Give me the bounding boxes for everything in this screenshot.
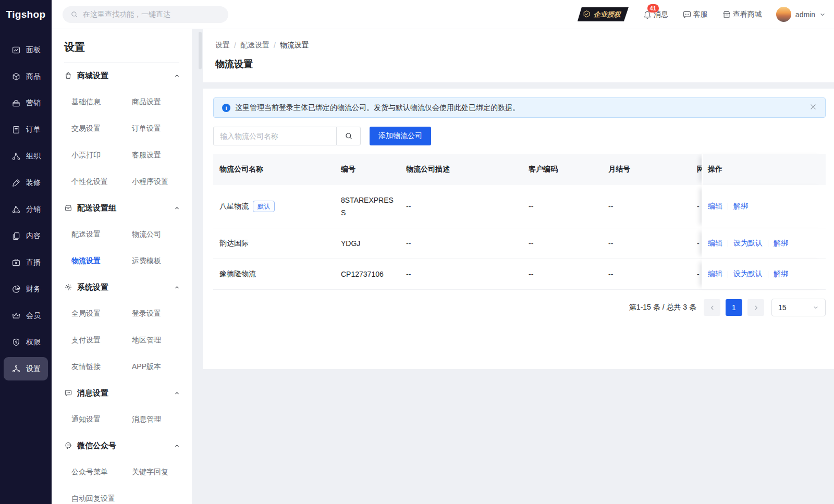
support-label: 客服: [693, 10, 708, 19]
company-search-button[interactable]: [336, 127, 361, 145]
settings-group-system[interactable]: 系统设置: [52, 274, 192, 300]
company-name-cell: 豫德隆物流: [213, 259, 335, 289]
messages-button[interactable]: 41 消息: [643, 10, 668, 19]
settings-link[interactable]: 通知设置: [71, 406, 132, 433]
breadcrumb-item: 物流设置: [280, 41, 309, 50]
breadcrumb-separator: /: [234, 41, 236, 50]
action-unbind-link[interactable]: 解绑: [774, 239, 788, 248]
sidebar-item-live[interactable]: 直播: [0, 249, 52, 276]
distribution-icon: [11, 205, 21, 214]
settings-link[interactable]: 公众号菜单: [71, 459, 132, 485]
sidebar-item-permissions[interactable]: 权限: [0, 329, 52, 355]
settings-link[interactable]: 商品设置: [132, 89, 192, 115]
sidebar-item-label: 装修: [26, 178, 41, 188]
settings-link[interactable]: 小程序设置: [132, 168, 192, 195]
breadcrumb-item[interactable]: 配送设置: [240, 41, 269, 50]
support-button[interactable]: 客服: [682, 10, 708, 19]
settings-link[interactable]: 个性化设置: [71, 168, 132, 195]
sidebar-item-label: 会员: [26, 311, 41, 321]
sidebar-item-distribution[interactable]: 分销: [0, 196, 52, 223]
company-name: 豫德隆物流: [219, 269, 256, 279]
action-separator: [768, 271, 768, 278]
action-edit-link[interactable]: 编辑: [708, 239, 722, 248]
deco-icon: [11, 178, 21, 188]
settings-link[interactable]: 友情链接: [71, 353, 132, 380]
action-unbind-link[interactable]: 解绑: [774, 269, 788, 279]
action-edit-link[interactable]: 编辑: [708, 269, 722, 279]
user-menu[interactable]: admin: [776, 7, 826, 22]
pagination-prev-button[interactable]: [704, 299, 720, 316]
search-icon: [70, 10, 78, 18]
settings-link[interactable]: 基础信息: [71, 89, 132, 115]
action-unbind-link[interactable]: 解绑: [733, 202, 748, 211]
settings-group-delivery[interactable]: 配送设置组: [52, 195, 192, 221]
settings-group-mall[interactable]: 商城设置: [52, 63, 192, 89]
primary-sidebar: Tigshop 面板商品营销订单组织装修分销内容直播财务会员权限设置: [0, 0, 52, 504]
sidebar-item-marketing[interactable]: 营销: [0, 90, 52, 116]
settings-link[interactable]: 自动回复设置: [71, 485, 132, 504]
sidebar-item-organization[interactable]: 组织: [0, 143, 52, 169]
settings-link[interactable]: 关键字回复: [132, 459, 192, 485]
scrollbar-thumb[interactable]: [199, 32, 202, 69]
settings-link[interactable]: 订单设置: [132, 115, 192, 142]
settings-link[interactable]: 配送设置: [71, 221, 132, 248]
message-count-badge: 41: [647, 4, 659, 13]
breadcrumb-item[interactable]: 设置: [215, 41, 230, 50]
table-row: 八星物流默认8STAREXPRESS-------编辑解绑: [213, 185, 826, 228]
company-search-input[interactable]: [213, 127, 336, 145]
sidebar-item-label: 组织: [26, 152, 41, 161]
settings-link[interactable]: 小票打印: [71, 142, 132, 168]
settings-link[interactable]: 全局设置: [71, 300, 132, 327]
settings-link[interactable]: 登录设置: [132, 300, 192, 327]
sidebar-item-settings[interactable]: 设置: [4, 357, 48, 380]
company-name: 八星物流: [219, 202, 249, 211]
sidebar-item-decoration[interactable]: 装修: [0, 169, 52, 196]
sidebar-item-content[interactable]: 内容: [0, 223, 52, 249]
app-window: Tigshop 面板商品营销订单组织装修分销内容直播财务会员权限设置 在这里查找…: [0, 0, 834, 504]
table-body: 八星物流默认8STAREXPRESS-------编辑解绑韵达国际YDGJ---…: [213, 185, 826, 290]
sidebar-item-members[interactable]: 会员: [0, 302, 52, 329]
app-logo[interactable]: Tigshop: [0, 0, 52, 29]
settings-link[interactable]: 交易设置: [71, 115, 132, 142]
company-code-cell: CP12737106: [335, 259, 400, 289]
pagination-page-1[interactable]: 1: [726, 299, 742, 316]
settings-link[interactable]: 地区管理: [132, 327, 192, 353]
org-icon: [11, 152, 21, 161]
sidebar-item-label: 设置: [26, 364, 41, 374]
goods-icon: [11, 72, 21, 81]
page-title: 物流设置: [215, 58, 821, 70]
action-edit-link[interactable]: 编辑: [708, 202, 722, 211]
settings-link[interactable]: 物流设置: [71, 248, 132, 274]
settings-group-wechat[interactable]: 微信公众号: [52, 433, 192, 459]
page-size-select[interactable]: 15: [771, 299, 826, 316]
pagination-next-button[interactable]: [747, 299, 764, 316]
settings-link[interactable]: 物流公司: [132, 221, 192, 248]
sidebar-item-goods[interactable]: 商品: [0, 63, 52, 90]
global-search-input[interactable]: 在这里查找功能，一键直达: [63, 6, 228, 23]
license-badge[interactable]: 企业授权: [578, 7, 629, 21]
settings-group-message[interactable]: 消息设置: [52, 380, 192, 406]
table-row: 豫德隆物流CP12737106-------编辑设为默认解绑: [213, 259, 826, 290]
chevron-up-icon: [174, 442, 180, 449]
sidebar-item-orders[interactable]: 订单: [0, 116, 52, 143]
sidebar-item-dashboard[interactable]: 面板: [0, 36, 52, 63]
settings-link[interactable]: 客服设置: [132, 142, 192, 168]
sidebar-item-label: 分销: [26, 205, 41, 214]
settings-link[interactable]: 支付设置: [71, 327, 132, 353]
dashboard-icon: [11, 45, 21, 55]
view-store-label: 查看商城: [733, 10, 762, 19]
action-set-default-link[interactable]: 设为默认: [733, 239, 763, 248]
avatar: [776, 7, 791, 22]
view-store-button[interactable]: 查看商城: [722, 10, 762, 19]
action-set-default-link[interactable]: 设为默认: [733, 269, 763, 279]
company-code-cell: 8STAREXPRESS: [335, 185, 400, 228]
company-desc-cell: --: [400, 259, 522, 289]
settings-link[interactable]: 消息管理: [132, 406, 192, 433]
settings-link[interactable]: 运费模板: [132, 248, 192, 274]
primary-nav: 面板商品营销订单组织装修分销内容直播财务会员权限设置: [0, 29, 52, 382]
monthly-no-cell: --: [602, 185, 695, 228]
sidebar-item-finance[interactable]: 财务: [0, 276, 52, 302]
settings-link[interactable]: APP版本: [132, 353, 192, 380]
add-company-button[interactable]: 添加物流公司: [370, 127, 431, 145]
alert-close-icon[interactable]: [810, 103, 817, 112]
